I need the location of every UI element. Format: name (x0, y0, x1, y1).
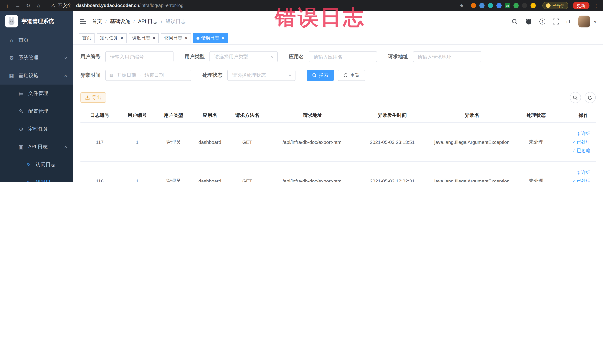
column-header: 请求地址 (267, 108, 359, 122)
address-bar[interactable]: dashboard.yudao.iocoder.cn/infra/log/api… (76, 3, 184, 8)
tab-label: 访问日志 (164, 35, 182, 41)
export-button-label: 导出 (92, 94, 101, 101)
action-ignored[interactable]: ✓已忽略 (572, 147, 591, 154)
search-button[interactable]: 搜索 (307, 70, 334, 81)
sidebar-item-infra[interactable]: ▦基础设施∧ (0, 67, 73, 84)
active-dot-icon (197, 36, 199, 39)
breadcrumb-item[interactable]: API 日志 (138, 18, 158, 25)
sidebar-item-label: 定时任务 (28, 126, 48, 132)
edit-doc-icon: ✎ (24, 179, 33, 182)
tab-error-log[interactable]: 错误日志× (193, 33, 228, 43)
sidebar-item-job[interactable]: ⊙定时任务 (0, 120, 73, 138)
user-avatar[interactable] (578, 16, 590, 27)
search-icon[interactable] (512, 18, 518, 25)
reload-icon[interactable]: ↻ (25, 3, 31, 9)
hide-search-icon[interactable] (570, 92, 581, 103)
check-icon: ✓ (572, 178, 576, 182)
tab-job-log[interactable]: 调度日志× (129, 33, 159, 43)
tab-home[interactable]: 首页 (79, 33, 94, 43)
action-processed[interactable]: ✓已处理 (572, 139, 591, 145)
column-header: 用户编号 (119, 108, 155, 122)
user-id-input[interactable] (105, 51, 174, 62)
sidebar-item-error-log[interactable]: ✎错误日志 (0, 174, 73, 182)
breadcrumb-item[interactable]: 首页 (92, 18, 102, 25)
chrome-menu-icon[interactable]: ⋮ (594, 3, 599, 8)
sidebar-item-home[interactable]: ⌂首页 (0, 31, 73, 49)
check-icon: ✓ (572, 148, 576, 153)
extension-icon[interactable] (513, 3, 519, 8)
close-icon[interactable]: × (185, 35, 187, 40)
browser-update-button[interactable]: 更新 (573, 2, 589, 9)
cell-user-type: 管理员 (155, 162, 192, 182)
sidebar-item-label: 错误日志 (35, 179, 56, 182)
sidebar-logo[interactable]: 芋道管理系统 (0, 11, 73, 31)
cell-log-id: 116 (81, 162, 119, 182)
action-detail[interactable]: ◎详细 (577, 130, 591, 137)
sidebar-item-label: 系统管理 (19, 55, 39, 61)
extension-icon[interactable] (488, 3, 493, 8)
bookmark-star-icon[interactable]: ★ (459, 3, 464, 9)
browser-chrome: ↑ → ↻ ⌂ ⚠ 不安全 dashboard.yudao.iocoder.cn… (0, 0, 603, 11)
close-icon[interactable]: × (120, 35, 123, 40)
breadcrumb-item[interactable]: 基础设施 (110, 18, 130, 25)
back-icon[interactable]: ↑ (4, 3, 10, 9)
github-icon[interactable] (525, 18, 532, 25)
sidebar-item-system[interactable]: ⚙系统管理∨ (0, 49, 73, 67)
sidebar-item-label: API 日志 (28, 143, 48, 150)
edit-doc-icon: ✎ (24, 162, 33, 168)
process-status-select[interactable]: 请选择处理状态 ∨ (227, 70, 295, 81)
action-detail[interactable]: ◎详细 (577, 169, 591, 176)
cell-exception: java.lang.IllegalArgumentException (426, 123, 518, 161)
url-domain: dashboard.yudao.iocoder.cn (76, 3, 139, 8)
sidebar-item-label: 文件管理 (28, 90, 48, 97)
close-icon[interactable]: × (152, 35, 155, 40)
extension-icon[interactable]: on (505, 3, 510, 8)
date-range-picker[interactable]: ▦ 开始日期 - 结束日期 (105, 70, 191, 81)
breadcrumb: 首页/基础设施/API 日志/错误日志 (92, 18, 186, 25)
chevron-down-icon[interactable]: ∨ (593, 20, 597, 23)
end-date-placeholder: 结束日期 (144, 72, 164, 79)
action-processed[interactable]: ✓已处理 (572, 178, 591, 182)
collapse-sidebar-icon[interactable] (80, 19, 86, 24)
help-icon[interactable]: ? (539, 19, 545, 24)
calendar-icon: ▦ (109, 73, 114, 78)
extension-icon[interactable] (522, 3, 527, 8)
chevron-down-icon: ∨ (64, 56, 68, 60)
app-name-input[interactable] (309, 51, 377, 62)
sidebar-item-access-log[interactable]: ✎访问日志 (0, 156, 73, 174)
extension-icon[interactable] (530, 3, 535, 8)
sidebar-item-config[interactable]: ✎配置管理 (0, 102, 73, 120)
close-icon[interactable]: × (222, 35, 224, 40)
request-url-input[interactable] (413, 51, 481, 62)
tab-access-log[interactable]: 访问日志× (161, 33, 191, 43)
user-type-select[interactable]: 请选择用户类型 ∨ (209, 51, 278, 62)
action-label: 详细 (581, 130, 591, 137)
sidebar-item-label: 首页 (19, 37, 29, 43)
sidebar-item-api-log[interactable]: ▣API 日志∧ (0, 138, 73, 156)
action-label: 已忽略 (577, 147, 591, 154)
check-icon: ✓ (572, 140, 576, 144)
site-security[interactable]: ⚠ 不安全 (51, 2, 72, 9)
export-button[interactable]: 导出 (81, 92, 106, 103)
cell-user-id: 1 (119, 162, 155, 182)
action-label: 详细 (581, 169, 591, 176)
fullscreen-icon[interactable] (553, 19, 559, 24)
table-toolbar: 导出 (73, 89, 603, 108)
cell-app-name: dashboard (192, 162, 228, 182)
cell-method: GET (228, 162, 267, 182)
table-header-row: 日志编号用户编号用户类型应用名请求方法名请求地址异常发生时间异常名处理状态操作 (81, 108, 596, 123)
paused-extension-badge[interactable]: 已暂停 (542, 2, 568, 9)
breadcrumb-separator: / (133, 19, 135, 24)
sidebar-item-file[interactable]: ▤文件管理 (0, 84, 73, 102)
extension-icon[interactable] (479, 3, 484, 8)
tab-job[interactable]: 定时任务× (97, 33, 127, 43)
extension-icon[interactable] (496, 3, 501, 8)
cell-user-type: 管理员 (155, 123, 192, 161)
forward-icon[interactable]: → (15, 3, 21, 9)
extension-icon[interactable] (471, 3, 476, 8)
filter-form: 用户编号 用户类型 请选择用户类型 ∨ 应用名 请求地址 (73, 45, 603, 89)
home-icon[interactable]: ⌂ (35, 3, 42, 9)
refresh-icon[interactable] (584, 92, 596, 103)
font-size-icon[interactable]: тT (566, 19, 571, 24)
reset-button[interactable]: 重置 (338, 70, 365, 81)
